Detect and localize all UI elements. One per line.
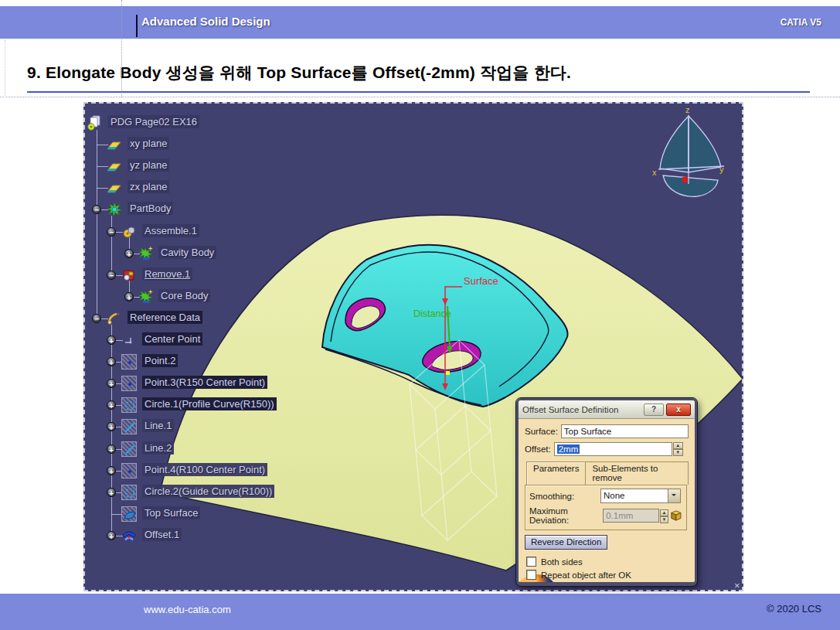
- point-icon[interactable]: [121, 354, 137, 369]
- offset-input[interactable]: 2mm: [554, 442, 672, 456]
- surface-input[interactable]: Top Surface: [561, 424, 689, 438]
- tree-item-point-2[interactable]: Point.2: [142, 354, 178, 367]
- tree-expander-collapse[interactable]: −: [107, 271, 116, 280]
- tree-expander-expand[interactable]: +: [107, 379, 116, 388]
- remove-icon[interactable]: [121, 267, 137, 283]
- both-sides-checkbox[interactable]: [526, 557, 536, 567]
- partbody-icon[interactable]: [107, 202, 122, 217]
- line-icon[interactable]: [121, 441, 137, 457]
- dialog-body: Surface: Top Surface Offset: 2mm ▲▼ Para…: [519, 419, 695, 586]
- tree-item-core-body[interactable]: Core Body: [158, 289, 210, 302]
- tree-item-partbody[interactable]: PartBody: [128, 202, 173, 215]
- offset-surface-dialog[interactable]: Offset Surface Definition ? x Surface: T…: [516, 398, 697, 586]
- dropdown-arrow-icon[interactable]: [668, 489, 680, 502]
- dialog-title: Offset Surface Definition: [522, 405, 644, 414]
- tree-item-remove-1[interactable]: Remove.1: [142, 267, 192, 281]
- tree-item-xy-plane[interactable]: xy plane: [128, 137, 169, 150]
- smoothing-dropdown[interactable]: None: [600, 489, 681, 503]
- tree-expander-collapse[interactable]: −: [92, 205, 101, 214]
- layout-guide-vertical: [121, 0, 122, 97]
- line-icon[interactable]: [121, 419, 137, 434]
- offset-spinner[interactable]: ▲▼: [673, 442, 683, 456]
- layout-guide-vertical-left: [5, 40, 5, 97]
- header-bar: Advanced Solid Design CATIA V5: [0, 6, 840, 39]
- offset-selected-text: 2mm: [557, 444, 580, 454]
- close-button[interactable]: x: [666, 404, 691, 416]
- centerpoint-icon[interactable]: [121, 332, 137, 348]
- tree-item-top-surface[interactable]: Top Surface: [142, 506, 200, 519]
- footer-copyright: © 2020 LCS: [767, 603, 821, 615]
- parameters-panel: Smoothing: None Maximum Deviation: 0.1mm…: [525, 485, 687, 530]
- tree-expander-expand[interactable]: +: [107, 488, 116, 497]
- tree-connector: [111, 216, 112, 274]
- bodyplus-icon[interactable]: +: [138, 289, 154, 305]
- tree-item-line-1[interactable]: Line.1: [142, 419, 174, 432]
- tree-expander-expand[interactable]: +: [107, 531, 116, 540]
- tree-expander-expand[interactable]: +: [107, 400, 116, 410]
- footer-url[interactable]: www.edu-catia.com: [144, 604, 231, 615]
- slide-title: 9. Elongate Body 생성을 위해 Top Surface를 Off…: [27, 62, 815, 83]
- svg-text:+: +: [148, 246, 152, 253]
- tree-item-circle-1-profile-curve-r150[interactable]: Circle.1(Profile Curve(R150)): [142, 397, 277, 410]
- tab-parameters[interactable]: Parameters: [526, 461, 586, 485]
- tree-expander-collapse[interactable]: −: [107, 227, 116, 237]
- deviation-cube-icon[interactable]: [670, 509, 682, 523]
- tree-item-zx-plane[interactable]: zx plane: [128, 180, 169, 193]
- point-icon[interactable]: [121, 376, 137, 391]
- point-icon[interactable]: [121, 463, 137, 478]
- tree-item-line-2[interactable]: Line.2: [142, 441, 174, 455]
- tree-connector: [97, 130, 97, 318]
- offset-field-label: Offset:: [525, 444, 551, 454]
- circle-icon[interactable]: [121, 485, 137, 500]
- surface-icon[interactable]: [121, 506, 137, 522]
- tree-expander-expand[interactable]: +: [124, 249, 134, 258]
- plane-icon[interactable]: [107, 180, 122, 196]
- header-brand: CATIA V5: [780, 17, 821, 28]
- max-deviation-spinner[interactable]: ▲▼: [660, 509, 668, 523]
- plane-icon[interactable]: [107, 158, 122, 174]
- tree-item-center-point[interactable]: Center Point: [142, 332, 202, 346]
- tree-item-point-3-r150-center-point[interactable]: Point.3(R150 Center Point): [142, 376, 267, 389]
- circle-icon[interactable]: [121, 397, 137, 413]
- part-icon[interactable]: [87, 115, 102, 131]
- tree-expander-expand[interactable]: +: [107, 444, 116, 454]
- header-tick: [136, 15, 138, 37]
- header-title: Advanced Solid Design: [141, 15, 270, 28]
- svg-text:+: +: [148, 289, 152, 296]
- both-sides-label: Both sides: [541, 557, 583, 567]
- tree-item-pdg-page02-ex16[interactable]: PDG Page02 EX16: [108, 115, 199, 128]
- max-deviation-label: Maximum Deviation:: [529, 506, 600, 525]
- title-rule: [27, 91, 810, 93]
- layout-guide-horizontal: [0, 97, 840, 97]
- dialog-titlebar[interactable]: Offset Surface Definition ? x: [519, 400, 695, 419]
- tree-expander-collapse[interactable]: −: [92, 314, 101, 323]
- tab-sub-elements[interactable]: Sub-Elements to remove: [586, 461, 689, 485]
- offset-icon[interactable]: [121, 528, 137, 543]
- reverse-direction-button[interactable]: Reverse Direction: [525, 535, 607, 550]
- smoothing-label: Smoothing:: [529, 492, 597, 501]
- surface-field-label: Surface:: [525, 427, 558, 436]
- tree-item-circle-2-guide-curve-r100[interactable]: Circle.2(Guide Curve(R100)): [142, 485, 274, 498]
- tree-item-reference-data[interactable]: Reference Data: [128, 311, 202, 324]
- tree-item-cavity-body[interactable]: Cavity Body: [158, 246, 216, 259]
- plane-icon[interactable]: [107, 137, 122, 152]
- bodyplus-icon[interactable]: +: [138, 246, 154, 261]
- tree-item-point-4-r100-center-point[interactable]: Point.4(R100 Center Point): [142, 463, 267, 476]
- max-deviation-input: 0.1mm: [603, 509, 659, 523]
- tree-expander-expand[interactable]: +: [124, 292, 134, 301]
- tree-expander-expand[interactable]: +: [107, 466, 116, 475]
- repeat-object-label: Repeat object after OK: [541, 570, 631, 580]
- refdata-icon[interactable]: [107, 311, 122, 326]
- tree-expander-expand[interactable]: +: [107, 357, 116, 366]
- tree-item-assemble-1[interactable]: Assemble.1: [142, 224, 199, 237]
- tree-expander-expand[interactable]: +: [107, 422, 116, 431]
- repeat-object-checkbox[interactable]: [526, 570, 536, 580]
- smoothing-value: None: [601, 489, 668, 502]
- assemble-icon[interactable]: [121, 224, 137, 240]
- tree-item-offset-1[interactable]: Offset.1: [142, 528, 182, 541]
- footer-bar: www.edu-catia.com © 2020 LCS: [0, 594, 840, 630]
- tree-item-yz-plane[interactable]: yz plane: [128, 158, 169, 172]
- help-button[interactable]: ?: [644, 404, 664, 416]
- tree-expander-expand[interactable]: +: [107, 335, 116, 345]
- footer-decoration: [0, 594, 533, 630]
